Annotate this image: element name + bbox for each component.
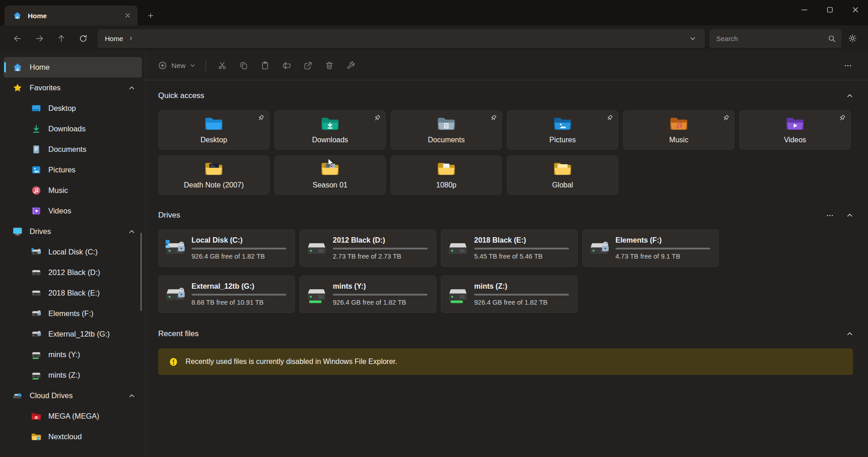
sidebar-item-downloads[interactable]: Downloads <box>4 119 142 139</box>
quick-access-card-death-note-2007[interactable]: Death Note (2007) <box>158 156 269 195</box>
quick-access-grid: DesktopDownloadsDocumentsPicturesMusicVi… <box>158 110 853 195</box>
back-button[interactable] <box>6 30 28 47</box>
search-input[interactable] <box>716 35 827 42</box>
pin-icon[interactable] <box>257 114 265 122</box>
sidebar-item-mega-mega[interactable]: MMEGA (MEGA) <box>4 406 142 426</box>
sidebar-item-external-12tb-g[interactable]: External_12tb (G:) <box>4 324 142 344</box>
sidebar-item-desktop[interactable]: Desktop <box>4 98 142 119</box>
sidebar-item-documents[interactable]: Documents <box>4 139 142 160</box>
sidebar-item-videos[interactable]: Videos <box>4 201 142 221</box>
new-button[interactable]: New <box>156 58 197 73</box>
chevron-right-icon[interactable] <box>128 36 134 41</box>
refresh-button[interactable] <box>72 30 94 47</box>
sidebar-item-elements-f[interactable]: Elements (F:) <box>4 303 142 324</box>
quick-access-card-label: Downloads <box>312 136 348 144</box>
selection-accent <box>4 62 6 73</box>
new-tab-button[interactable] <box>142 7 159 24</box>
drive-card-elements-f[interactable]: Elements (F:)4.73 TB free of 9.1 TB <box>582 229 719 267</box>
drive-card-2018-black-e[interactable]: 2018 Black (E:)5.45 TB free of 5.46 TB <box>441 229 578 267</box>
folder-plain-icon <box>553 161 572 177</box>
folder-desktop-icon <box>204 115 223 131</box>
drive-name: mints (Z:) <box>474 282 569 291</box>
search-box[interactable] <box>709 29 842 47</box>
cut-button[interactable] <box>212 57 233 75</box>
drive-green-icon <box>306 285 327 304</box>
sidebar-item-2018-black-e[interactable]: 2018 Black (E:) <box>4 283 142 303</box>
sidebar-item-label: External_12tb (G:) <box>48 330 142 338</box>
drives-more-button[interactable] <box>824 210 836 220</box>
folder-documents-icon <box>437 115 456 131</box>
address-bar[interactable]: Home <box>98 29 705 47</box>
copy-button[interactable] <box>233 57 254 75</box>
quick-access-card-label: Pictures <box>549 136 576 144</box>
sidebar-item-mints-y[interactable]: mints (Y:) <box>4 344 142 365</box>
sidebar-item-music[interactable]: Music <box>4 180 142 201</box>
drive-icon <box>31 288 41 298</box>
pin-icon[interactable] <box>373 114 381 122</box>
minimize-button[interactable] <box>791 0 817 19</box>
quick-access-card-downloads[interactable]: Downloads <box>274 110 386 150</box>
rename-button[interactable] <box>276 57 297 75</box>
sidebar-item-pictures[interactable]: Pictures <box>4 160 142 180</box>
drive-free-space: 8.68 TB free of 10.91 TB <box>191 299 286 306</box>
tab-home[interactable]: Home <box>5 5 138 26</box>
pin-icon[interactable] <box>838 114 846 122</box>
sidebar-item-label: Cloud Drives <box>30 391 121 400</box>
up-button[interactable] <box>50 30 72 47</box>
sidebar-item-label: Downloads <box>48 125 142 133</box>
drive-info: Elements (F:)4.73 TB free of 9.1 TB <box>615 236 710 260</box>
chevron-up-icon[interactable] <box>128 84 135 92</box>
sidebar-item-drives[interactable]: Drives <box>4 221 142 242</box>
recent-files-collapse-chevron[interactable] <box>846 330 853 338</box>
settings-button[interactable] <box>842 29 863 47</box>
sidebar-item-home[interactable]: Home <box>4 57 142 78</box>
quick-access-card-pictures[interactable]: Pictures <box>507 110 618 150</box>
delete-button[interactable] <box>319 57 340 75</box>
home-icon <box>12 62 23 73</box>
drive-card-external-12tb-g[interactable]: External_12tb (G:)8.68 TB free of 10.91 … <box>158 275 295 313</box>
sidebar-item-local-disk-c[interactable]: Local Disk (C:) <box>4 242 142 262</box>
quick-access-card-documents[interactable]: Documents <box>391 110 502 150</box>
address-dropdown-chevron[interactable] <box>687 32 698 44</box>
paste-button[interactable] <box>254 57 276 75</box>
tab-close-icon[interactable] <box>121 9 134 22</box>
close-button[interactable] <box>842 0 868 19</box>
quick-access-card-desktop[interactable]: Desktop <box>158 110 269 150</box>
quick-access-card-music[interactable]: Music <box>623 110 734 150</box>
sidebar-item-favorites[interactable]: Favorites <box>4 78 142 98</box>
breadcrumb-home[interactable]: Home <box>105 35 123 42</box>
maximize-button[interactable] <box>817 0 842 19</box>
share-button[interactable] <box>297 57 319 75</box>
forward-button[interactable] <box>28 30 50 47</box>
sidebar-item-mints-z[interactable]: mints (Z:) <box>4 365 142 385</box>
chevron-up-icon[interactable] <box>128 228 135 235</box>
search-icon[interactable] <box>827 34 836 43</box>
pin-icon[interactable] <box>605 114 614 122</box>
drives-collapse-chevron[interactable] <box>846 212 853 219</box>
drive-capacity-bar <box>333 248 428 250</box>
window-controls <box>791 0 868 19</box>
drive-card-2012-black-d[interactable]: 2012 Black (D:)2.73 TB free of 2.73 TB <box>300 229 436 267</box>
drive-green-icon <box>447 285 469 304</box>
sidebar-item-cloud-drives[interactable]: Cloud Drives <box>4 385 142 406</box>
quick-access-card-global[interactable]: Global <box>507 156 618 195</box>
svg-text:M: M <box>36 416 37 419</box>
quick-access-card-season-01[interactable]: Season 01 <box>274 156 386 195</box>
sidebar-scrollbar[interactable] <box>140 233 142 311</box>
pin-icon[interactable] <box>489 114 497 122</box>
toolbar-more-button[interactable] <box>839 57 857 75</box>
drive-capacity-bar <box>474 294 569 296</box>
quick-access-card-1080p[interactable]: 1080p <box>391 156 502 195</box>
drive-card-mints-y[interactable]: mints (Y:)926.4 GB free of 1.82 TB <box>300 275 436 313</box>
drives-header: Drives <box>158 210 853 220</box>
drive-card-mints-z[interactable]: mints (Z:)926.4 GB free of 1.82 TB <box>441 275 578 313</box>
quick-access-collapse-chevron[interactable] <box>846 92 853 100</box>
copy-icon <box>239 61 248 70</box>
pin-icon[interactable] <box>722 114 730 122</box>
properties-button[interactable] <box>340 57 362 75</box>
drive-card-local-disk-c[interactable]: Local Disk (C:)926.4 GB free of 1.82 TB <box>158 229 295 267</box>
quick-access-card-videos[interactable]: Videos <box>739 110 851 150</box>
sidebar-item-2012-black-d[interactable]: 2012 Black (D:) <box>4 262 142 283</box>
sidebar-item-nextcloud[interactable]: Nextcloud <box>4 426 142 447</box>
chevron-up-icon[interactable] <box>128 392 135 400</box>
